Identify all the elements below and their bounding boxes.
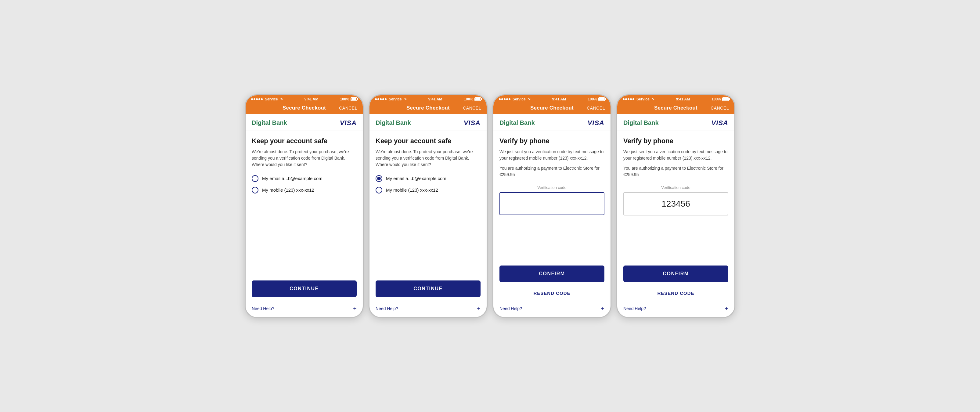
card-header: Digital Bank VISA bbox=[617, 114, 734, 131]
spacer bbox=[375, 201, 480, 280]
radio-option-mobile[interactable]: My mobile (123) xxx-xx12 bbox=[252, 187, 357, 194]
code-input-split[interactable] bbox=[500, 192, 605, 215]
code-half-left[interactable] bbox=[500, 193, 605, 215]
wifi-icon: ∿ bbox=[528, 97, 531, 101]
radio-option-email[interactable]: My email a...b@example.com bbox=[252, 175, 357, 182]
phone-frame-3: Service ∿ 9:41 AM 100% Secure Checkout C… bbox=[492, 94, 611, 318]
continue-button[interactable]: CONTINUE bbox=[252, 280, 357, 297]
carrier-label: Service bbox=[636, 97, 649, 101]
bank-name: Digital Bank bbox=[252, 119, 287, 126]
cancel-button[interactable]: CANCEL bbox=[339, 106, 357, 110]
battery-percent: 100% bbox=[340, 97, 349, 101]
card-header: Digital Bank VISA bbox=[246, 114, 363, 131]
radio-label-mobile: My mobile (123) xxx-xx12 bbox=[386, 188, 438, 192]
need-help-link[interactable]: Need Help? bbox=[623, 306, 646, 311]
time-display: 9:41 AM bbox=[552, 97, 566, 101]
time-display: 9:41 AM bbox=[676, 97, 690, 101]
plus-icon[interactable]: + bbox=[725, 305, 728, 312]
section-description: We're almost done. To protect your purch… bbox=[375, 149, 480, 168]
carrier-label: Service bbox=[512, 97, 526, 101]
signal-dot bbox=[261, 98, 263, 100]
content-area: Verify by phoneWe just sent you a verifi… bbox=[617, 131, 734, 302]
signal-dot bbox=[501, 98, 503, 100]
battery-percent: 100% bbox=[464, 97, 473, 101]
signal-dots bbox=[251, 98, 263, 100]
resend-code-button[interactable]: RESEND CODE bbox=[623, 287, 728, 299]
signal-dot bbox=[377, 98, 379, 100]
status-right: 100% bbox=[711, 97, 729, 101]
battery-fill bbox=[599, 98, 604, 100]
resend-code-button[interactable]: RESEND CODE bbox=[500, 287, 605, 299]
battery-icon bbox=[598, 97, 605, 101]
confirm-button[interactable]: CONFIRM bbox=[500, 266, 605, 282]
radio-circle-mobile[interactable] bbox=[375, 187, 382, 194]
need-help-link[interactable]: Need Help? bbox=[375, 306, 398, 311]
nav-title: Secure Checkout bbox=[283, 105, 326, 111]
verify-description: We just sent you a verification code by … bbox=[623, 149, 728, 161]
section-title: Keep your account safe bbox=[375, 137, 480, 145]
card-header: Digital Bank VISA bbox=[369, 114, 487, 131]
signal-dot bbox=[499, 98, 501, 100]
plus-icon[interactable]: + bbox=[477, 305, 480, 312]
radio-circle-mobile[interactable] bbox=[252, 187, 258, 194]
battery-percent: 100% bbox=[588, 97, 597, 101]
plus-icon[interactable]: + bbox=[601, 305, 605, 312]
signal-dot bbox=[251, 98, 253, 100]
continue-button[interactable]: CONTINUE bbox=[375, 280, 480, 297]
cancel-button[interactable]: CANCEL bbox=[463, 106, 481, 110]
nav-bar: Secure Checkout CANCEL bbox=[617, 103, 734, 114]
wifi-icon: ∿ bbox=[404, 97, 407, 101]
verify-payment: You are authorizing a payment to Electro… bbox=[623, 165, 728, 178]
status-right: 100% bbox=[464, 97, 481, 101]
nav-bar: Secure Checkout CANCEL bbox=[246, 103, 363, 114]
code-input-single[interactable] bbox=[623, 192, 728, 215]
bank-name: Digital Bank bbox=[623, 119, 659, 126]
section-description: We're almost done. To protect your purch… bbox=[252, 149, 357, 168]
need-help-link[interactable]: Need Help? bbox=[252, 306, 274, 311]
signal-dot bbox=[385, 98, 387, 100]
signal-dots bbox=[375, 98, 387, 100]
radio-option-email[interactable]: My email a...b@example.com bbox=[375, 175, 480, 182]
section-title: Keep your account safe bbox=[252, 137, 357, 145]
visa-logo: VISA bbox=[464, 119, 480, 127]
nav-title: Secure Checkout bbox=[406, 105, 450, 111]
radio-option-mobile[interactable]: My mobile (123) xxx-xx12 bbox=[375, 187, 480, 194]
plus-icon[interactable]: + bbox=[353, 305, 357, 312]
signal-dot bbox=[382, 98, 384, 100]
cancel-button[interactable]: CANCEL bbox=[711, 106, 729, 110]
wifi-icon: ∿ bbox=[280, 97, 283, 101]
battery-fill bbox=[476, 98, 480, 100]
visa-logo: VISA bbox=[588, 119, 605, 127]
section-title: Verify by phone bbox=[500, 137, 605, 145]
signal-dot bbox=[506, 98, 508, 100]
content-area: Keep your account safeWe're almost done.… bbox=[246, 131, 363, 302]
footer: Need Help? + bbox=[617, 302, 734, 317]
cancel-button[interactable]: CANCEL bbox=[587, 106, 605, 110]
confirm-button[interactable]: CONFIRM bbox=[623, 266, 728, 282]
footer: Need Help? + bbox=[246, 302, 363, 317]
signal-dot bbox=[628, 98, 630, 100]
status-left: Service ∿ bbox=[499, 97, 531, 101]
radio-circle-email[interactable] bbox=[252, 175, 258, 182]
signal-dot bbox=[633, 98, 634, 100]
signal-dot bbox=[375, 98, 377, 100]
radio-label-email: My email a...b@example.com bbox=[262, 176, 323, 181]
radio-options: My email a...b@example.com My mobile (12… bbox=[375, 175, 480, 194]
card-header: Digital Bank VISA bbox=[493, 114, 611, 131]
signal-dot bbox=[258, 98, 260, 100]
nav-title: Secure Checkout bbox=[530, 105, 574, 111]
need-help-link[interactable]: Need Help? bbox=[500, 306, 522, 311]
nav-bar: Secure Checkout CANCEL bbox=[369, 103, 487, 114]
battery-fill bbox=[352, 98, 356, 100]
spacer bbox=[500, 223, 605, 266]
nav-bar: Secure Checkout CANCEL bbox=[493, 103, 611, 114]
status-right: 100% bbox=[340, 97, 357, 101]
section-title: Verify by phone bbox=[623, 137, 728, 145]
carrier-label: Service bbox=[265, 97, 278, 101]
battery-icon bbox=[474, 97, 481, 101]
battery-fill bbox=[723, 98, 728, 100]
signal-dots bbox=[623, 98, 634, 100]
radio-options: My email a...b@example.com My mobile (12… bbox=[252, 175, 357, 194]
visa-logo: VISA bbox=[340, 119, 357, 127]
radio-circle-email[interactable] bbox=[375, 175, 382, 182]
